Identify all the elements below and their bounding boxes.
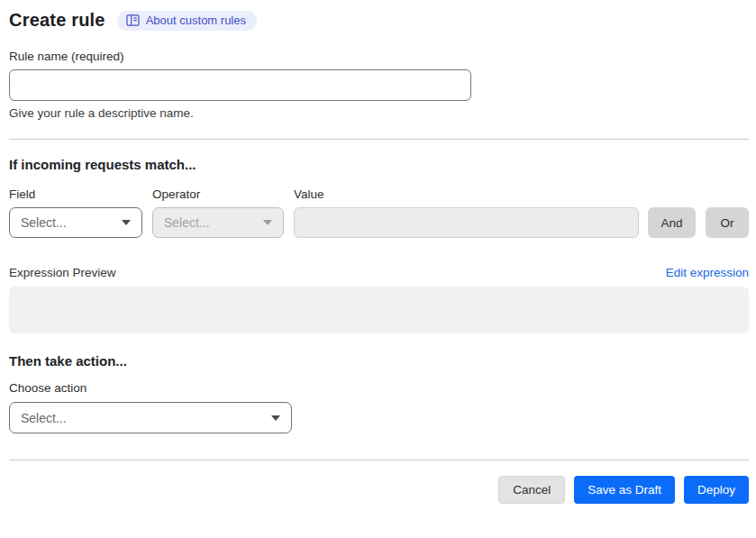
action-section-heading: Then take action... [9,353,749,369]
field-label: Field [9,187,142,201]
and-button[interactable]: And [648,207,696,238]
header: Create rule About custom rules [9,0,749,31]
operator-select-value: Select... [164,215,210,230]
book-icon [126,14,140,26]
operator-select: Select... [152,207,284,238]
choose-action-select-value: Select... [21,411,67,425]
value-label: Value [294,187,639,201]
value-column: Value [294,187,639,238]
chevron-down-icon [122,220,131,225]
operator-column: Operator Select... [152,187,284,238]
divider [9,460,749,460]
or-button[interactable]: Or [706,207,749,238]
field-column: Field Select... [9,187,142,238]
match-section-heading: If incoming requests match... [9,157,749,172]
divider [9,139,749,140]
expression-preview-label: Expression Preview [9,266,116,279]
about-custom-rules-link[interactable]: About custom rules [117,11,257,31]
expression-preview-header: Expression Preview Edit expression [9,266,749,279]
edit-expression-link[interactable]: Edit expression [666,266,749,279]
expression-preview-box [9,287,749,333]
create-rule-page: Create rule About custom rules Rule name… [0,0,756,538]
rule-name-input[interactable] [9,69,471,101]
field-select-value: Select... [21,215,67,230]
cancel-button[interactable]: Cancel [498,476,565,504]
choose-action-label: Choose action [9,381,749,395]
choose-action-select[interactable]: Select... [9,402,292,433]
about-badge-label: About custom rules [146,14,246,26]
chevron-down-icon [263,220,272,225]
save-as-draft-button[interactable]: Save as Draft [574,476,675,504]
operator-label: Operator [152,187,284,201]
rule-name-help-text: Give your rule a descriptive name. [9,106,749,120]
value-input [294,207,639,238]
match-expression-row: Field Select... Operator Select... Value… [9,187,749,238]
deploy-button[interactable]: Deploy [684,476,749,504]
footer-actions: Cancel Save as Draft Deploy [9,476,749,504]
rule-name-label: Rule name (required) [9,50,749,63]
chevron-down-icon [271,415,280,421]
page-title: Create rule [9,10,105,31]
field-select[interactable]: Select... [9,207,142,238]
